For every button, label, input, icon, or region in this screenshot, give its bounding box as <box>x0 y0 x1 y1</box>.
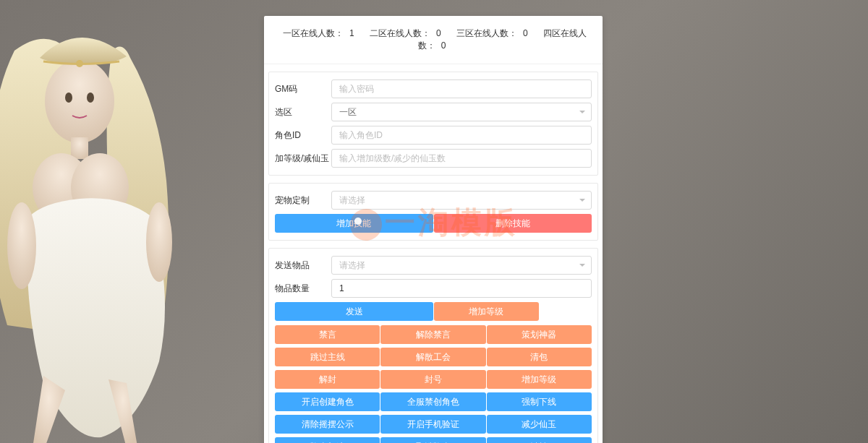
svg-point-5 <box>71 153 129 223</box>
item-select-placeholder: 请选择 <box>339 259 365 272</box>
chevron-down-icon <box>579 264 585 267</box>
svg-point-6 <box>7 202 36 289</box>
role-id-label: 角色ID <box>275 129 331 142</box>
pet-section: 宠物定制 请选择 增加技能 删除技能 <box>268 183 598 241</box>
pet-custom-label: 宠物定制 <box>275 194 331 207</box>
zone-select-value: 一区 <box>339 106 357 119</box>
svg-point-7 <box>146 202 172 282</box>
basic-info-section: GM码 选区 一区 角色ID 加等级/减仙玉 <box>268 72 598 176</box>
send-item-label: 发送物品 <box>275 259 331 272</box>
svg-point-8 <box>76 60 83 67</box>
ban-chat-button[interactable]: 禁言 <box>275 325 380 344</box>
delete-skill-button[interactable]: 删除技能 <box>434 214 592 233</box>
skip-main-button[interactable]: 跳过主线 <box>275 348 380 366</box>
zone1-value: 1 <box>349 28 354 38</box>
send-button[interactable]: 发送 <box>275 302 433 321</box>
add-skill-button[interactable]: 增加技能 <box>275 214 433 233</box>
open-phone-verify-button[interactable]: 开启手机验证 <box>380 415 485 434</box>
zone-select[interactable]: 一区 <box>331 103 592 121</box>
global-ban-create-button[interactable]: 全服禁创角色 <box>380 392 485 411</box>
svg-point-2 <box>87 93 94 103</box>
background-illustration <box>0 22 246 443</box>
zone2-value: 0 <box>436 28 441 38</box>
item-qty-input[interactable] <box>331 279 592 298</box>
svg-rect-3 <box>71 137 88 159</box>
unban-chat-button[interactable]: 解除禁言 <box>380 325 485 344</box>
role-id-input[interactable] <box>331 126 592 145</box>
level-jade-label: 加等级/减仙玉 <box>275 152 331 165</box>
decrease-jade-button[interactable]: 减少仙玉 <box>487 415 592 434</box>
zone4-value: 0 <box>441 40 446 51</box>
level-jade-input[interactable] <box>331 149 592 168</box>
onekey-transfer-button[interactable]: 一键转职 <box>487 437 592 443</box>
increase-level-button[interactable]: 增加等级 <box>487 370 592 389</box>
zone2-label: 二区在线人数： <box>370 28 430 38</box>
unseal-button[interactable]: 解封 <box>275 370 380 389</box>
seal-button[interactable]: 封号 <box>380 370 485 389</box>
pet-select[interactable]: 请选择 <box>331 191 592 210</box>
zone3-label: 三区在线人数： <box>456 28 517 38</box>
item-qty-label: 物品数量 <box>275 283 331 295</box>
cancel-stealth-button[interactable]: 取消隐身 <box>380 437 485 443</box>
clear-bag-button[interactable]: 清包 <box>487 348 592 366</box>
svg-point-0 <box>45 59 114 143</box>
svg-point-4 <box>33 153 90 223</box>
chevron-down-icon <box>579 199 585 202</box>
gm-code-input[interactable] <box>331 79 592 98</box>
zone3-value: 0 <box>523 28 528 38</box>
chevron-down-icon <box>579 111 585 113</box>
admin-panel: 一区在线人数：1 二区在线人数：0 三区在线人数：0 四区在线人数：0 GM码 … <box>264 16 603 443</box>
gm-code-label: GM码 <box>275 83 331 95</box>
add-level-button[interactable]: 增加等级 <box>434 302 539 321</box>
open-create-char-button[interactable]: 开启创建角色 <box>275 392 380 411</box>
pet-select-placeholder: 请选择 <box>339 194 365 207</box>
plan-artifact-button[interactable]: 策划神器 <box>487 325 592 344</box>
item-select[interactable]: 请选择 <box>331 256 592 275</box>
send-item-section: 发送物品 请选择 物品数量 发送 增加等级 禁言 解除禁言 策划神器 跳过主线 … <box>268 248 598 443</box>
svg-point-1 <box>65 93 72 103</box>
force-offline-button[interactable]: 强制下线 <box>487 392 592 411</box>
dismiss-guild-button[interactable]: 解散工会 <box>380 348 485 366</box>
online-stats-bar: 一区在线人数：1 二区在线人数：0 三区在线人数：0 四区在线人数：0 <box>264 16 603 64</box>
zone1-label: 一区在线人数： <box>283 28 344 38</box>
clear-roll-notice-button[interactable]: 清除摇摆公示 <box>275 415 380 434</box>
zone-label: 选区 <box>275 106 331 119</box>
stealth-speed-button[interactable]: 隐身加速 <box>275 437 380 443</box>
